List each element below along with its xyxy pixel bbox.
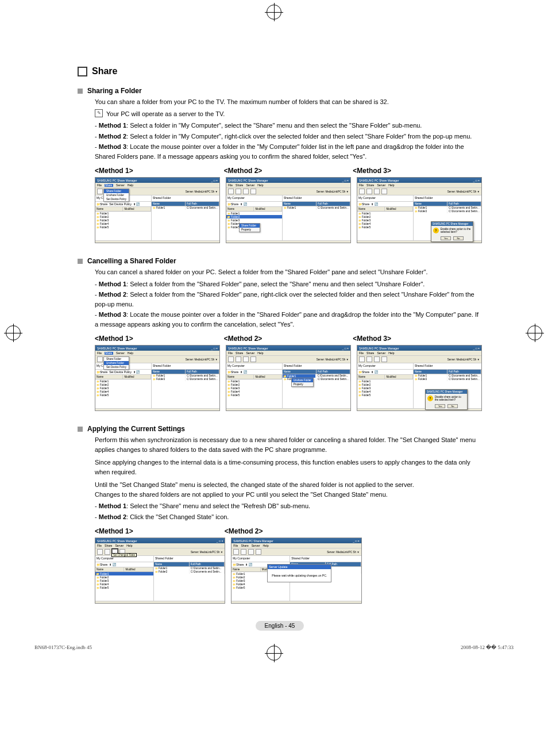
bullet-icon: [78, 427, 83, 432]
section-heading: Sharing a Folder: [78, 87, 482, 95]
method1-label: <Method 1>: [95, 333, 224, 344]
method2-label: <Method 2>: [224, 333, 353, 344]
method-2: Method 2: Click the "Set Changed State" …: [95, 512, 482, 522]
page-title: Share: [78, 66, 482, 76]
method3-label: <Method 3>: [353, 333, 482, 344]
screenshot-cancel-m1: SAMSUNG PC Share Manager_ □ × File Share…: [95, 345, 220, 411]
method3-label: <Method 3>: [353, 166, 482, 176]
registration-mark: [267, 5, 281, 20]
bullet-icon: [78, 89, 83, 94]
screenshot-cancel-m3: SAMSUNG PC Share Manager_ □ × FileShareS…: [357, 345, 482, 411]
screenshot-apply-m1: SAMSUNG PC Share Manager_ □ × FileShareS…: [95, 538, 225, 604]
note: ✎ Your PC will operate as a server to th…: [95, 109, 482, 119]
bullet-icon: [78, 259, 83, 264]
method-3: Method 3: Locate the mouse pointer over …: [95, 310, 482, 329]
method-1: Method 1: Select the "Share" menu and se…: [95, 501, 482, 511]
page-number: English - 45: [256, 621, 304, 631]
screenshot-apply-m2: SAMSUNG PC Share Manager_ □ × FileShareS…: [231, 538, 361, 604]
intro-text: You can share a folder from your PC to t…: [95, 97, 482, 107]
share-menu-dropdown[interactable]: Share Folder Unshare Folder Set Device P…: [103, 189, 129, 202]
context-menu[interactable]: Unshare Folder Property: [291, 378, 314, 387]
note-icon: ✎: [95, 109, 103, 117]
para-2: Since applying changes to the internal d…: [95, 458, 482, 477]
heading-text: Cancelling a Shared Folder: [87, 257, 176, 265]
screenshot-share-m3: SAMSUNG PC Share Manager_ □ × FileShareS…: [357, 177, 482, 243]
method2-label: <Method 2>: [224, 166, 353, 176]
confirm-dialog[interactable]: SAMSUNG PC Share Manager ?Disable share …: [425, 389, 468, 410]
share-menu-dropdown[interactable]: Share Folder Unshare Folder Set Device P…: [103, 356, 129, 370]
method-1: Method 1: Select a folder from the "Shar…: [95, 279, 482, 289]
context-menu[interactable]: Share Folder Property: [239, 223, 260, 232]
screenshot-share-m2: SAMSUNG PC Share Manager_ □ × FileShareS…: [226, 177, 351, 243]
para-3: Until the "Set Changed State" menu is se…: [95, 480, 482, 490]
note-text: Your PC will operate as a server to the …: [106, 109, 225, 119]
wait-dialog: Server Update Please wait while updating…: [267, 564, 331, 582]
method-3: Method 3: Locate the mouse pointer over …: [95, 142, 482, 161]
confirm-dialog[interactable]: SAMSUNG PC Share Manager ?Enable share o…: [431, 221, 473, 242]
method1-label: <Method 1>: [95, 526, 225, 536]
section-cancel: Cancelling a Shared Folder You can cance…: [78, 257, 482, 411]
method2-label: <Method 2>: [225, 526, 354, 536]
title-text: Share: [92, 66, 117, 76]
title-bullet-icon: [78, 67, 87, 76]
print-footer-left: BN68-01737C-Eng.indb 45: [34, 644, 92, 650]
section-sharing: Sharing a Folder You can share a folder …: [78, 87, 482, 243]
registration-mark: [527, 325, 542, 340]
method-1: Method 1: Select a folder in "My Compute…: [95, 121, 482, 131]
print-footer: BN68-01737C-Eng.indb 45 2008-08-12 �� 5:…: [34, 644, 514, 650]
page-footer: English - 45: [78, 621, 482, 631]
method1-label: <Method 1>: [95, 166, 224, 176]
method-2: Method 2: Select a folder from the "Shar…: [95, 290, 482, 309]
heading-text: Applying the Current Settings: [87, 425, 185, 433]
para-4: Changes to the shared folders are not ap…: [95, 490, 482, 500]
intro-text: You can cancel a shared folder on your P…: [95, 267, 482, 277]
section-apply: Applying the Current Settings Perform th…: [78, 425, 482, 604]
screenshot-share-m1: SAMSUNG PC Share Manager_ □ × File Share…: [95, 177, 220, 243]
screenshot-cancel-m2: SAMSUNG PC Share Manager_ □ × FileShareS…: [226, 345, 351, 411]
registration-mark: [6, 325, 21, 340]
para-1: Perform this when synchronization is nec…: [95, 435, 482, 454]
heading-text: Sharing a Folder: [87, 87, 142, 95]
print-footer-right: 2008-08-12 �� 5:47:33: [461, 644, 514, 650]
method-2: Method 2: Select a folder in "My Compute…: [95, 132, 482, 141]
tooltip: Set Changed State: [111, 553, 137, 557]
